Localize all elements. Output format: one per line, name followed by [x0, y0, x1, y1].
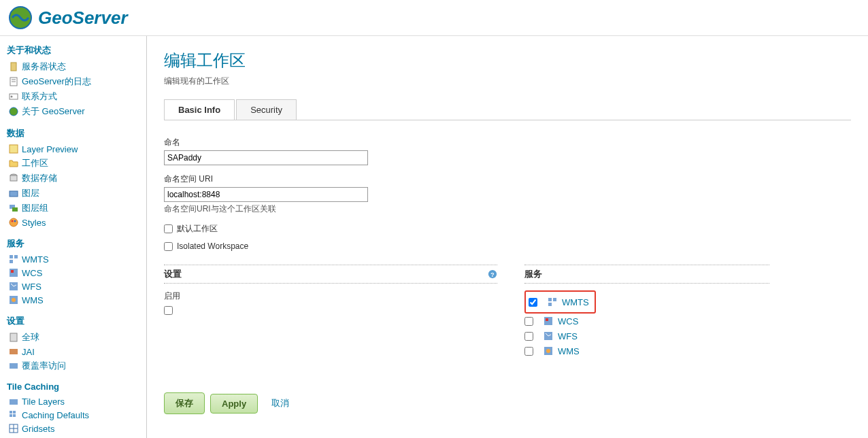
service-row-wfs: WFS: [524, 328, 769, 343]
tilelayer-icon: [8, 396, 19, 407]
services-section-title: 服务: [524, 265, 769, 284]
service-wfs-link[interactable]: WFS: [558, 331, 578, 341]
nav-wcs[interactable]: WCS: [0, 266, 146, 280]
status-icon: [8, 61, 19, 72]
log-icon: [8, 76, 19, 87]
nav-stores[interactable]: 数据存储: [0, 171, 146, 186]
svg-text:?: ?: [490, 271, 494, 278]
svg-rect-33: [13, 414, 16, 417]
default-ws-label: 默认工作区: [177, 223, 218, 235]
svg-rect-32: [10, 414, 12, 417]
service-row-wmts: WMTS: [529, 294, 589, 309]
nav-server-status[interactable]: 服务器状态: [0, 59, 146, 74]
svg-rect-9: [10, 145, 18, 153]
uri-hint: 命名空间URI与这个工作区关联: [164, 203, 851, 215]
nav-contact[interactable]: 联系方式: [0, 89, 146, 104]
nav-caching-defaults[interactable]: Caching Defaults: [0, 408, 146, 422]
service-wfs-checkbox[interactable]: [524, 332, 533, 341]
enable-checkbox[interactable]: [164, 306, 173, 315]
service-wcs-checkbox[interactable]: [524, 317, 533, 326]
nav-group-data: 数据: [0, 124, 146, 142]
nav-group-about: 关于和状态: [0, 41, 146, 59]
service-wmts-checkbox[interactable]: [529, 298, 537, 307]
service-wms-link[interactable]: WMS: [558, 346, 580, 356]
svg-rect-2: [11, 63, 16, 71]
isolated-label: Isolated Workspace: [177, 241, 248, 251]
nav-wms[interactable]: WMS: [0, 293, 146, 307]
svg-rect-14: [12, 207, 18, 212]
folder-icon: [8, 158, 19, 169]
svg-point-16: [12, 220, 14, 222]
highlighted-service: WMTS: [524, 290, 596, 314]
help-icon[interactable]: ?: [488, 269, 497, 279]
name-input[interactable]: [164, 150, 368, 165]
nav-wfs[interactable]: WFS: [0, 280, 146, 293]
svg-rect-30: [10, 411, 12, 414]
svg-point-7: [11, 96, 13, 98]
nav-workspaces[interactable]: 工作区: [0, 156, 146, 171]
tabs: Basic Info Security: [164, 99, 851, 120]
jai-icon: [8, 346, 19, 357]
nav-jai[interactable]: JAI: [0, 345, 146, 358]
cancel-link[interactable]: 取消: [271, 397, 289, 409]
svg-point-48: [546, 349, 550, 353]
nav-styles[interactable]: Styles: [0, 216, 146, 229]
wmts-icon: [547, 297, 558, 307]
geoserver-logo-icon: [8, 5, 33, 30]
page-title: 编辑工作区: [164, 50, 851, 71]
nav-layers[interactable]: 图层: [0, 186, 146, 201]
service-row-wcs: WCS: [524, 314, 769, 328]
settings-section-title: 设置 ?: [164, 265, 497, 284]
style-icon: [8, 217, 19, 228]
uri-input[interactable]: [164, 187, 368, 202]
nav-group-settings: 设置: [0, 312, 146, 330]
nav-coverage[interactable]: 覆盖率访问: [0, 358, 146, 373]
svg-rect-28: [10, 363, 18, 369]
svg-rect-27: [10, 349, 18, 354]
nav-about[interactable]: 关于 GeoServer: [0, 104, 146, 119]
svg-rect-18: [10, 255, 13, 258]
svg-point-25: [12, 298, 16, 302]
nav-layer-groups[interactable]: 图层组: [0, 201, 146, 216]
default-ws-checkbox[interactable]: [164, 224, 173, 233]
uri-label: 命名空间 URI: [164, 173, 851, 185]
nav-disk-quota[interactable]: Disk Quota: [0, 435, 146, 438]
svg-rect-29: [10, 399, 18, 405]
tab-basic-info[interactable]: Basic Info: [164, 99, 235, 120]
svg-rect-22: [11, 270, 14, 273]
nav-group-tilecaching: Tile Caching: [0, 379, 146, 394]
nav-layer-preview[interactable]: Layer Preview: [0, 142, 146, 156]
service-row-wms: WMS: [524, 343, 769, 358]
svg-rect-31: [13, 411, 16, 414]
brand-text: GeoServer: [38, 7, 128, 29]
nav-group-services: 服务: [0, 235, 146, 252]
preview-icon: [8, 144, 19, 154]
tab-security[interactable]: Security: [236, 99, 297, 120]
wcs-icon: [8, 267, 19, 278]
main-content: 编辑工作区 编辑现有的工作区 Basic Info Security 命名 命名…: [146, 36, 868, 438]
wfs-icon: [543, 331, 554, 341]
layer-icon: [8, 188, 19, 199]
svg-point-15: [10, 218, 18, 226]
wcs-icon: [543, 316, 554, 326]
service-wcs-link[interactable]: WCS: [558, 316, 578, 326]
nav-global[interactable]: 全球: [0, 330, 146, 345]
nav-wmts[interactable]: WMTS: [0, 252, 146, 266]
nav-logs[interactable]: GeoServer的日志: [0, 74, 146, 89]
wmts-icon: [8, 254, 19, 265]
wms-icon: [543, 346, 554, 356]
nav-gridsets[interactable]: Gridsets: [0, 422, 146, 435]
global-icon: [8, 332, 19, 343]
apply-button[interactable]: Apply: [210, 394, 258, 414]
service-wms-checkbox[interactable]: [524, 347, 533, 356]
svg-point-8: [10, 107, 18, 116]
service-wmts-link[interactable]: WMTS: [562, 297, 589, 307]
save-button[interactable]: 保存: [164, 392, 205, 414]
svg-rect-26: [10, 333, 17, 341]
nav-tile-layers[interactable]: Tile Layers: [0, 394, 146, 408]
contact-icon: [8, 91, 19, 102]
wms-icon: [8, 294, 19, 305]
enable-label: 启用: [164, 290, 497, 302]
svg-rect-20: [10, 260, 13, 263]
isolated-checkbox[interactable]: [164, 242, 173, 251]
